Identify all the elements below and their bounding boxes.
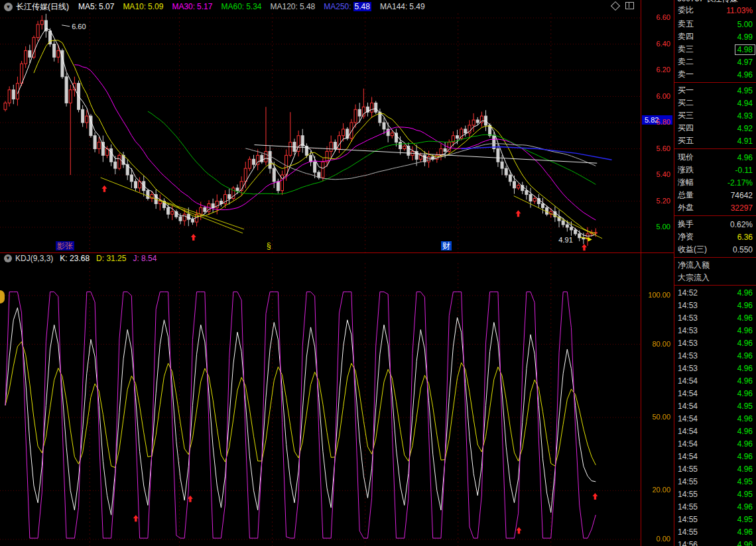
ma-item: MA5:5.07	[78, 2, 114, 11]
tick-row: 14:544.95	[674, 400, 756, 412]
buy-signal-arrow-icon	[133, 515, 139, 521]
tick-price: 4.95	[737, 477, 753, 486]
tick-row: 14:524.96	[674, 286, 756, 299]
stock-title: 长江传媒(日线)	[16, 1, 69, 13]
stat-value: 6.36	[737, 233, 753, 242]
event-marker-tag[interactable]: 财	[441, 241, 452, 250]
tick-row: 14:554.95	[674, 488, 756, 500]
ma-label: MA5:	[78, 2, 97, 11]
ma-value: 5.17	[197, 2, 212, 11]
level-label: 卖三	[678, 44, 694, 55]
ma-value: 5.09	[148, 2, 163, 11]
order-level-row[interactable]: 买一4.95	[674, 84, 756, 97]
tick-price: 4.96	[737, 288, 753, 298]
tick-row: 14:544.96	[674, 387, 756, 400]
tick-time: 14:54	[678, 439, 698, 449]
stat-row: 现价4.96	[674, 151, 756, 164]
price-axis-label: 5.00	[657, 223, 670, 231]
stat-row: 收益(三)0.550	[674, 243, 756, 256]
low-pointer-arrow-icon	[588, 237, 592, 241]
level-price: 4.96	[737, 70, 753, 80]
level-price: 4.94	[737, 99, 753, 108]
tick-time: 14:53	[678, 301, 698, 310]
order-panel: 600757 长江传媒 委比 11.03% 卖五5.00卖四4.99卖三4.98…	[674, 0, 756, 546]
buy-signal-arrow-icon	[515, 210, 521, 217]
candlestick-svg[interactable]: 6.604.91	[0, 13, 641, 252]
buy-signal-arrow-icon	[188, 496, 193, 502]
tick-price: 4.96	[737, 313, 753, 323]
indicator-collapse-icon[interactable]: ▼	[4, 3, 13, 11]
tick-row: 14:534.96	[674, 349, 756, 362]
tick-row: 14:554.95	[674, 513, 756, 525]
stat-row: 换手0.62%	[674, 218, 756, 231]
kdj-axis-label: 20.00	[652, 486, 670, 494]
diamond-icon[interactable]	[611, 1, 620, 10]
low-price-label: 4.91	[558, 236, 572, 244]
order-level-row[interactable]: 卖三4.98	[674, 43, 756, 56]
order-level-row[interactable]: 卖四4.99	[674, 30, 756, 43]
peak-price-label: 6.60	[72, 23, 86, 30]
tick-price: 4.96	[737, 427, 753, 436]
tick-time: 14:55	[678, 490, 698, 499]
tick-price: 4.96	[737, 389, 753, 398]
order-level-row[interactable]: 卖一4.96	[674, 68, 756, 81]
tick-row: 14:534.96	[674, 337, 756, 349]
event-marker-tag[interactable]: 影张	[56, 241, 74, 250]
level-price: 4.99	[737, 32, 753, 42]
kdj-header: ▼ KDJ(9,3,3) K: 23.68 D: 31.25 J: 8.54	[0, 253, 641, 263]
weibi-value: 11.03%	[726, 6, 753, 15]
buy-signal-arrow-icon	[516, 527, 521, 534]
buy-signal-arrow-icon	[191, 234, 196, 241]
stat-label: 换手	[678, 219, 694, 230]
order-level-row[interactable]: 买五4.91	[674, 135, 756, 147]
kdj-k-value: K: 23.68	[60, 254, 90, 263]
trend-line	[514, 196, 602, 239]
tick-row: 14:544.96	[674, 412, 756, 425]
kdj-axis-label: 80.00	[652, 340, 670, 348]
price-axis-label: 5.60	[657, 144, 670, 152]
price-axis-label: 6.40	[657, 40, 670, 48]
ma-item: MA250:5.48	[324, 2, 371, 11]
tick-price: 4.96	[737, 414, 753, 423]
tick-row: 14:534.96	[674, 362, 756, 374]
ma-label: MA10:	[123, 2, 146, 11]
tick-price: 4.96	[737, 351, 753, 360]
ma-line-MA5	[17, 28, 596, 237]
tick-time: 14:55	[678, 527, 698, 537]
window-icon[interactable]	[625, 2, 634, 9]
order-level-row[interactable]: 卖二4.97	[674, 56, 756, 68]
order-level-row[interactable]: 买四4.92	[674, 122, 756, 135]
stat-label: 收益(三)	[678, 244, 707, 255]
level-label: 卖一	[678, 69, 694, 80]
order-level-row[interactable]: 卖五5.00	[674, 18, 756, 30]
stat-row: 外盘32297	[674, 201, 756, 214]
tick-row: 14:544.96	[674, 374, 756, 387]
ma-values-row: MA5:5.07MA10:5.09MA30:5.17MA60:5.34MA120…	[78, 2, 434, 11]
tick-time: 14:54	[678, 402, 698, 411]
main-kdj-divider	[0, 252, 674, 253]
tick-price: 4.95	[737, 490, 753, 499]
tick-time: 14:54	[678, 389, 698, 398]
ma-label: MA144:	[380, 2, 407, 11]
kdj-chart[interactable]	[0, 263, 641, 546]
tick-list[interactable]: 14:524.9614:534.9614:534.9614:534.9614:5…	[674, 286, 756, 546]
kdj-svg[interactable]	[0, 263, 641, 546]
trend-line	[101, 178, 243, 233]
level-label: 买一	[678, 85, 694, 96]
main-candlestick-chart[interactable]: 6.604.91 影张§财	[0, 13, 641, 252]
event-marker-tag[interactable]: §	[265, 241, 273, 250]
order-level-row[interactable]: 买三4.93	[674, 109, 756, 122]
weibi-label: 委比	[678, 5, 694, 16]
ma-item: MA144:5.49	[380, 2, 425, 11]
ma-label: MA250:	[324, 2, 351, 11]
stat-value: 0.550	[733, 245, 753, 254]
kdj-d-line	[5, 342, 596, 468]
tick-time: 14:53	[678, 313, 698, 323]
indicator-collapse-icon[interactable]: ▼	[4, 254, 12, 262]
tick-row: 14:534.96	[674, 324, 756, 337]
order-level-row[interactable]: 买二4.94	[674, 97, 756, 109]
ma-item: MA10:5.09	[123, 2, 163, 11]
kdj-j-value: J: 8.54	[133, 254, 157, 263]
kdj-j-line	[5, 292, 596, 538]
buy-levels: 买一4.95买二4.94买三4.93买四4.92买五4.91	[674, 84, 756, 147]
